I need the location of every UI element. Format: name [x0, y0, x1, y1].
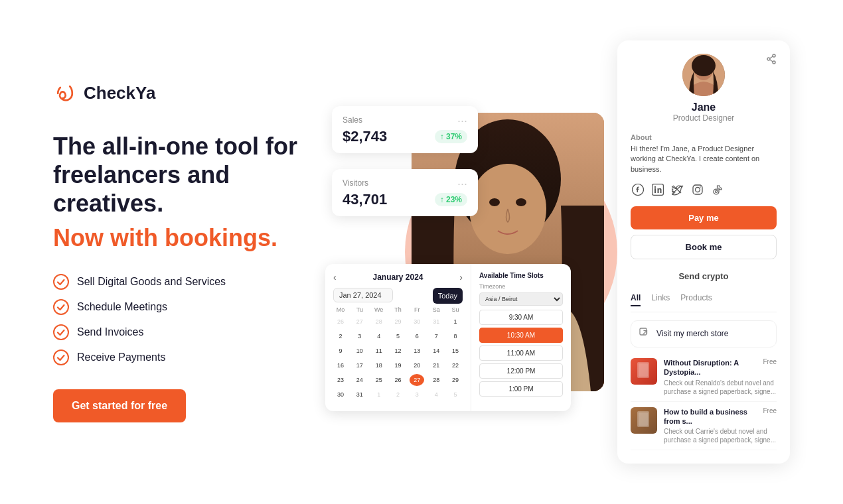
cal-cell[interactable]: 18	[372, 359, 386, 371]
sales-menu-dots[interactable]: ···	[457, 114, 467, 128]
cal-cell[interactable]: 11	[372, 345, 386, 357]
cal-cell[interactable]: 23	[333, 374, 348, 386]
cal-cell[interactable]: 26	[333, 316, 348, 328]
cal-cell[interactable]: 7	[429, 330, 443, 342]
about-section: About Hi there! I'm Jane, a Product Desi…	[631, 133, 777, 174]
left-section: CheckYa The all-in-one tool for freelanc…	[53, 82, 305, 422]
share-button[interactable]	[766, 54, 777, 67]
cal-cell[interactable]: 8	[448, 330, 463, 342]
svg-point-2	[54, 325, 68, 340]
tab-all[interactable]: All	[631, 293, 641, 306]
cal-cell[interactable]: 29	[390, 316, 405, 328]
cal-cell[interactable]: 20	[410, 359, 424, 371]
cal-cell[interactable]: 14	[429, 345, 443, 357]
cal-cell[interactable]: 26	[390, 374, 405, 386]
about-text: Hi there! I'm Jane, a Product Designer w…	[631, 144, 777, 174]
cal-cell[interactable]: 5	[390, 330, 405, 342]
cal-cell[interactable]: 4	[429, 389, 443, 401]
cal-cell[interactable]: 31	[429, 316, 443, 328]
cal-header: Mo Tu We Th Fr Sa Su	[333, 306, 463, 313]
cal-cell[interactable]: 15	[448, 345, 463, 357]
pay-me-button[interactable]: Pay me	[631, 206, 777, 229]
visitors-value: 43,701	[343, 191, 387, 208]
cta-button[interactable]: Get started for free	[53, 389, 186, 422]
svg-point-11	[773, 61, 775, 64]
calendar-card: ‹ January 2024 › Today Mo Tu We Th Fr Sa…	[325, 264, 571, 411]
cal-cell[interactable]: 27	[352, 316, 367, 328]
svg-line-12	[770, 56, 773, 58]
list-item: Receive Payments	[53, 349, 305, 365]
svg-rect-26	[639, 363, 648, 377]
linkedin-icon[interactable]	[651, 182, 665, 197]
cal-next-button[interactable]: ›	[459, 272, 463, 283]
cal-today-button[interactable]: Today	[433, 288, 463, 304]
svg-point-16	[692, 55, 716, 76]
send-crypto-button[interactable]: Send crypto	[631, 265, 777, 288]
cal-nav: ‹ January 2024 ›	[333, 272, 463, 283]
cal-cell[interactable]: 17	[352, 359, 367, 371]
cal-cell[interactable]: 12	[390, 345, 405, 357]
cal-cell[interactable]: 31	[352, 389, 367, 401]
cal-cell[interactable]: 28	[372, 316, 386, 328]
cal-cell[interactable]: 28	[429, 374, 443, 386]
cal-cell[interactable]: 13	[410, 345, 424, 357]
svg-line-13	[770, 60, 773, 62]
tiktok-icon[interactable]	[710, 182, 725, 197]
time-slot-3[interactable]: 11:00 AM	[479, 346, 563, 361]
time-slot-1[interactable]: 9:30 AM	[479, 310, 563, 325]
cal-row-1: 26 27 28 29 30 31 1	[333, 316, 463, 328]
twitter-icon[interactable]	[670, 182, 685, 197]
cal-cell[interactable]: 2	[390, 389, 405, 401]
list-item: Send Invoices	[53, 324, 305, 340]
time-slot-2[interactable]: 10:30 AM	[479, 328, 563, 343]
cal-cell[interactable]: 19	[390, 359, 405, 371]
facebook-icon[interactable]	[631, 182, 645, 197]
merch-link-item[interactable]: Visit my merch store	[631, 320, 777, 347]
timezone-select[interactable]: Asia / Beirut	[479, 292, 563, 306]
cal-cell[interactable]: 30	[333, 389, 348, 401]
cal-cell[interactable]: 25	[372, 374, 386, 386]
cal-cell[interactable]: 29	[448, 374, 463, 386]
instagram-icon[interactable]	[690, 182, 705, 197]
cal-cell[interactable]: 21	[429, 359, 443, 371]
cal-row-2: 2 3 4 5 6 7 8	[333, 330, 463, 342]
cal-cell[interactable]: 3	[352, 330, 367, 342]
cal-cell[interactable]: 30	[410, 316, 424, 328]
headline: The all-in-one tool for freelancers and …	[53, 132, 305, 218]
tab-products[interactable]: Products	[680, 293, 712, 306]
sales-value: $2,743	[343, 128, 387, 145]
cal-cell[interactable]: 9	[333, 345, 348, 357]
list-item: Sell Digital Goods and Services	[53, 274, 305, 290]
time-slot-5[interactable]: 1:00 PM	[479, 381, 563, 397]
svg-point-0	[54, 275, 68, 289]
calendar-left: ‹ January 2024 › Today Mo Tu We Th Fr Sa…	[325, 264, 471, 411]
headline-accent: Now with bookings.	[53, 223, 305, 254]
external-link-icon	[639, 328, 650, 340]
product-desc-1: Check out Renaldo's debut novel and purc…	[664, 379, 777, 396]
product-item-2[interactable]: How to build a business from s... Free C…	[631, 402, 777, 451]
tab-links[interactable]: Links	[651, 293, 670, 306]
cal-cell[interactable]: 1	[372, 389, 386, 401]
cal-cell[interactable]: 24	[352, 374, 367, 386]
time-slot-4[interactable]: 12:00 PM	[479, 363, 563, 379]
book-icon-1	[636, 361, 652, 381]
cal-cell[interactable]: 5	[448, 389, 463, 401]
product-badge-1: Free	[763, 358, 777, 365]
cal-cell-today[interactable]: 27	[410, 374, 424, 386]
cal-cell[interactable]: 4	[372, 330, 386, 342]
cal-cell[interactable]: 16	[333, 359, 348, 371]
product-item-1[interactable]: Without Disruption: A Dystopia... Free C…	[631, 353, 777, 402]
book-me-button[interactable]: Book me	[631, 235, 777, 259]
cal-cell[interactable]: 3	[410, 389, 424, 401]
cal-cell[interactable]: 2	[333, 330, 348, 342]
cal-date-input[interactable]	[333, 288, 393, 302]
cal-cell[interactable]: 6	[410, 330, 424, 342]
cal-row-4: 16 17 18 19 20 21 22	[333, 359, 463, 371]
product-thumb-1	[631, 358, 657, 385]
check-icon	[53, 324, 69, 340]
cal-cell[interactable]: 1	[448, 316, 463, 328]
cal-cell[interactable]: 22	[448, 359, 463, 371]
visitors-menu-dots[interactable]: ···	[457, 177, 467, 191]
cal-cell[interactable]: 10	[352, 345, 367, 357]
cal-prev-button[interactable]: ‹	[333, 272, 337, 283]
